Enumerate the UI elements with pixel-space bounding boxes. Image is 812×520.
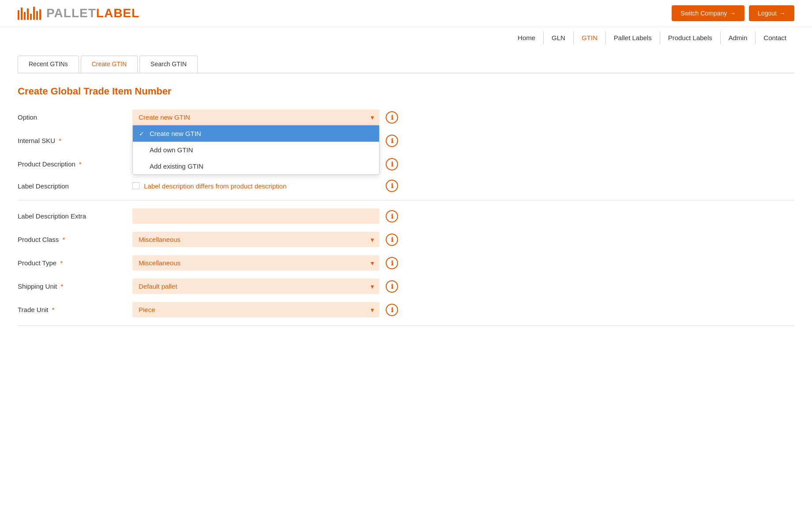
nav-item-contact[interactable]: Contact (756, 31, 794, 44)
logo-bar (24, 12, 26, 20)
option-label: Option (18, 113, 132, 121)
tabs: Recent GTINs Create GTIN Search GTIN (0, 49, 812, 73)
shipping-unit-label: Shipping Unit * (18, 283, 132, 290)
product-class-info-icon[interactable]: ℹ (386, 234, 398, 246)
label-description-extra-input[interactable] (132, 208, 380, 224)
dropdown-option-add-own[interactable]: Add own GTIN (133, 142, 379, 158)
switch-company-label: Switch Company (680, 10, 727, 17)
tab-recent-gtins[interactable]: Recent GTINs (18, 56, 79, 73)
option-info-icon[interactable]: ℹ (386, 111, 398, 124)
product-description-label: Product Description * (18, 160, 132, 168)
check-icon: ✓ (139, 130, 146, 137)
tab-create-gtin[interactable]: Create GTIN (81, 56, 138, 73)
logo-bar (30, 14, 32, 20)
page-title: Create Global Trade Item Number (18, 86, 794, 97)
tab-search-gtin[interactable]: Search GTIN (139, 56, 198, 73)
product-class-required: * (60, 236, 65, 243)
logo-label: LABEL (96, 6, 139, 20)
label-description-checkbox[interactable] (132, 182, 139, 189)
option-select[interactable]: Create new GTIN Add own GTIN Add existin… (132, 109, 380, 125)
dropdown-option-create-new[interactable]: ✓ Create new GTIN (133, 125, 379, 142)
label-description-control-wrap: Label description differs from product d… (132, 182, 380, 190)
option-select-wrap: Create new GTIN Add own GTIN Add existin… (132, 109, 380, 125)
product-description-info-icon[interactable]: ℹ (386, 158, 398, 170)
internal-sku-required: * (57, 137, 61, 144)
product-type-select[interactable]: Miscellaneous (132, 255, 380, 271)
nav-item-home[interactable]: Home (510, 31, 544, 44)
logo-bar (21, 8, 23, 20)
nav-item-gtin[interactable]: GTIN (574, 31, 606, 44)
trade-unit-row: Trade Unit * Piece ▼ ℹ (18, 302, 794, 317)
logo-bar (39, 9, 41, 20)
shipping-unit-select[interactable]: Default pallet (132, 279, 380, 294)
label-description-extra-label: Label Description Extra (18, 212, 132, 220)
logo-bar (27, 8, 29, 20)
shipping-unit-select-wrap: Default pallet ▼ (132, 279, 380, 294)
internal-sku-info-icon[interactable]: ℹ (386, 135, 398, 147)
dropdown-option-add-existing[interactable]: Add existing GTIN (133, 158, 379, 174)
product-description-required: * (77, 160, 82, 168)
divider-2 (18, 325, 794, 326)
header-actions: Switch Company → Logout → (672, 5, 794, 21)
label-description-extra-input-wrap (132, 208, 380, 224)
product-type-required: * (58, 259, 63, 267)
product-class-select[interactable]: Miscellaneous (132, 232, 380, 247)
main-nav: Home GLN GTIN Pallet Labels Product Labe… (0, 27, 812, 49)
label-description-info-icon[interactable]: ℹ (386, 180, 398, 192)
label-description-checkbox-row: Label description differs from product d… (132, 182, 380, 190)
nav-item-product-labels[interactable]: Product Labels (660, 31, 721, 44)
shipping-unit-required: * (59, 283, 63, 290)
label-description-row: Label Description Label description diff… (18, 180, 794, 192)
logo-text: PALLETLABEL (46, 6, 139, 20)
label-description-label: Label Description (18, 182, 132, 190)
product-class-row: Product Class * Miscellaneous ▼ ℹ (18, 232, 794, 247)
option-row: Option Create new GTIN Add own GTIN Add … (18, 109, 794, 125)
internal-sku-label: Internal SKU * (18, 137, 132, 144)
logout-arrow: → (779, 10, 786, 17)
label-description-extra-row: Label Description Extra ℹ (18, 208, 794, 224)
trade-unit-select-wrap: Piece ▼ (132, 302, 380, 317)
option-dropdown-popup: ✓ Create new GTIN Add own GTIN Add exist… (132, 125, 380, 175)
logo-bar (36, 11, 38, 20)
switch-company-button[interactable]: Switch Company → (672, 5, 744, 21)
logo-bar (18, 10, 19, 20)
product-type-label: Product Type * (18, 259, 132, 267)
product-type-info-icon[interactable]: ℹ (386, 257, 398, 269)
label-description-extra-info-icon[interactable]: ℹ (386, 210, 398, 222)
dropdown-option-add-own-label: Add own GTIN (150, 146, 193, 154)
shipping-unit-row: Shipping Unit * Default pallet ▼ ℹ (18, 279, 794, 294)
logo-bars (18, 7, 41, 20)
header: PALLETLABEL Switch Company → Logout → (0, 0, 812, 27)
product-type-row: Product Type * Miscellaneous ▼ ℹ (18, 255, 794, 271)
divider-1 (18, 200, 794, 200)
dropdown-option-add-existing-label: Add existing GTIN (150, 162, 203, 170)
logo: PALLETLABEL (18, 6, 139, 20)
product-class-select-wrap: Miscellaneous ▼ (132, 232, 380, 247)
main-content: Create Global Trade Item Number Option C… (0, 73, 812, 346)
logout-button[interactable]: Logout → (749, 5, 794, 21)
nav-item-pallet-labels[interactable]: Pallet Labels (606, 31, 660, 44)
nav-item-admin[interactable]: Admin (721, 31, 756, 44)
logo-bar (33, 7, 35, 20)
trade-unit-label: Trade Unit * (18, 306, 132, 313)
dropdown-option-create-new-label: Create new GTIN (150, 130, 201, 137)
logo-pallet: PALLET (46, 6, 96, 20)
logout-label: Logout (758, 10, 777, 17)
nav-item-gln[interactable]: GLN (544, 31, 574, 44)
switch-company-arrow: → (729, 10, 736, 17)
trade-unit-required: * (50, 306, 54, 313)
product-type-select-wrap: Miscellaneous ▼ (132, 255, 380, 271)
trade-unit-info-icon[interactable]: ℹ (386, 304, 398, 316)
label-description-checkbox-label: Label description differs from product d… (144, 182, 286, 190)
product-class-label: Product Class * (18, 236, 132, 243)
shipping-unit-info-icon[interactable]: ℹ (386, 280, 398, 293)
trade-unit-select[interactable]: Piece (132, 302, 380, 317)
